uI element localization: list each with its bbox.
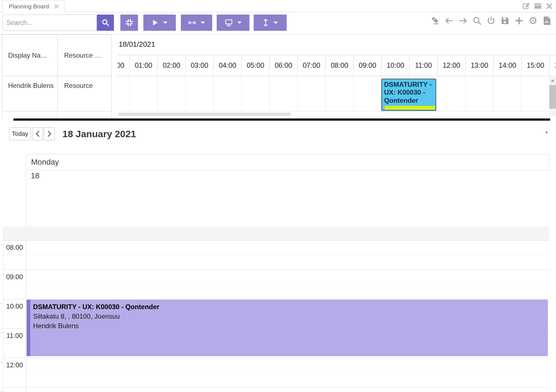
play-button[interactable]	[143, 15, 176, 31]
search-input[interactable]	[2, 15, 97, 31]
time-grid-row[interactable]: 09:00	[3, 270, 549, 299]
timeline-body-cell[interactable]	[269, 76, 297, 111]
timeline-body-cell[interactable]	[325, 76, 353, 111]
horizontal-scrollbar-thumb[interactable]	[118, 113, 291, 116]
hour-scale-cell: 08:00	[325, 55, 353, 76]
day-calendar: Monday 18 08:00 09:00 10:00 11:00	[0, 154, 556, 392]
timeline-body-cell[interactable]	[493, 76, 521, 111]
search-button[interactable]	[97, 15, 114, 31]
all-day-band	[4, 227, 549, 240]
chevron-down-icon	[200, 21, 205, 24]
day-event[interactable]: DSMATURITY - UX: K00030 - Qontender Silt…	[27, 300, 548, 356]
timeline-body-cell[interactable]	[118, 76, 129, 111]
day-event-title: DSMATURITY - UX: K00030 - Qontender	[33, 302, 548, 312]
window-controls	[522, 2, 553, 10]
column-header-resource[interactable]: Resource …	[58, 35, 112, 76]
half-hour-line	[3, 373, 549, 373]
timeline-body-cell[interactable]	[185, 76, 213, 111]
hour-scale-cell: 00:00	[118, 55, 129, 76]
hour-scale-cell: 10:00	[381, 55, 409, 76]
power-icon[interactable]	[487, 16, 496, 25]
tab-close-icon[interactable]	[54, 4, 59, 9]
resource-grid-stub	[2, 111, 112, 118]
gantt-event[interactable]: DSMATURITY - UX: K00030 - Qontender	[381, 79, 436, 111]
day-event-status-strip	[27, 300, 30, 356]
time-grid-row[interactable]: 12:00	[3, 358, 549, 387]
timeline-date-label: 18/01/2021	[119, 40, 155, 48]
day-number-label: 18	[31, 171, 39, 180]
timeline-body-cell[interactable]	[521, 76, 549, 111]
edit-icon[interactable]	[522, 2, 530, 10]
gear-icon[interactable]: ⚙	[529, 16, 538, 25]
monitor-icon	[225, 19, 233, 27]
time-label: 12:00	[3, 361, 26, 369]
save-icon[interactable]	[501, 16, 510, 25]
day-name-label: Monday	[31, 158, 59, 167]
hour-scale-cell: 04:00	[213, 55, 241, 76]
toolbar: ⚙	[0, 13, 556, 34]
timeline-hour-scale: 00:0001:0002:0003:0004:0005:0006:0007:00…	[118, 55, 556, 76]
window-icon[interactable]	[534, 2, 542, 10]
eraser-icon[interactable]	[431, 16, 440, 25]
gantt-panel: Display Na… Resource … Hendrik Bulens Re…	[0, 34, 556, 118]
compress-icon	[125, 18, 134, 27]
day-view-title: 18 January 2021	[62, 127, 136, 140]
timeline-viewport: 18/01/2021 00:0001:0002:0003:0004:0005:0…	[118, 34, 556, 116]
chevron-left-icon	[36, 131, 40, 137]
time-grid-row[interactable]: 08:00	[3, 240, 549, 270]
compress-button[interactable]	[120, 15, 138, 31]
day-column-header: Monday	[26, 154, 549, 170]
chevron-down-icon	[237, 21, 242, 24]
next-day-button[interactable]	[44, 127, 55, 140]
today-button[interactable]: Today	[9, 127, 31, 140]
timeline-body-cell[interactable]	[241, 76, 269, 111]
plus-icon[interactable]	[515, 16, 524, 25]
timeline-body-cell[interactable]	[297, 76, 325, 111]
chevron-right-icon	[47, 131, 52, 137]
mini-scroll-arrow-icon[interactable]	[546, 131, 548, 134]
hour-scale-cell: 01:00	[129, 55, 157, 76]
time-grid-row[interactable]: 13:00	[3, 387, 549, 392]
arrow-left-icon[interactable]	[445, 16, 454, 25]
hour-scale-cell: 13:00	[465, 55, 493, 76]
horizontal-expand-button[interactable]	[181, 15, 212, 31]
resource-display-name-cell[interactable]: Hendrik Bulens	[2, 76, 58, 111]
timeline-body-cell[interactable]	[157, 76, 185, 111]
resource-grid: Display Na… Resource … Hendrik Bulens Re…	[2, 34, 112, 118]
vertical-expand-button[interactable]	[254, 15, 287, 31]
time-label: 09:00	[3, 273, 26, 281]
half-hour-line	[3, 284, 549, 285]
vertical-arrows-icon	[262, 18, 269, 27]
timeline-body-cell[interactable]	[129, 76, 157, 111]
vertical-scrollbar[interactable]	[549, 77, 556, 116]
timeline-date-header: 18/01/2021	[118, 34, 556, 55]
panel-splitter[interactable]	[13, 118, 550, 121]
timeline-body-cell[interactable]	[465, 76, 493, 111]
column-header-display-name[interactable]: Display Na…	[2, 35, 58, 76]
tab-bar: Planning Board	[0, 0, 556, 12]
hour-scale-cell: 07:00	[297, 55, 325, 76]
hour-scale-cell: 11:00	[409, 55, 437, 76]
close-icon[interactable]	[545, 2, 553, 10]
arrow-right-icon[interactable]	[459, 16, 468, 25]
time-label: 11:00	[3, 332, 26, 340]
timeline-body-cell[interactable]	[353, 76, 381, 111]
search-icon	[101, 18, 110, 27]
resource-type-cell[interactable]: Resource	[58, 76, 112, 111]
timeline-body-cell[interactable]	[213, 76, 241, 111]
gantt-event-progress-bar	[385, 106, 435, 109]
vertical-scrollbar-thumb[interactable]	[549, 85, 556, 109]
time-label: 13:00	[3, 391, 26, 392]
previous-day-button[interactable]	[32, 127, 43, 140]
day-event-address: Siltakatu 8, , 80100, Joensuu	[33, 312, 548, 321]
chevron-down-icon	[163, 21, 168, 24]
monitor-button[interactable]	[217, 15, 249, 31]
timeline-body-cell[interactable]	[437, 76, 465, 111]
timeline-body-row[interactable]	[118, 76, 556, 111]
hour-scale-cell: 02:00	[157, 55, 185, 76]
zoom-icon[interactable]	[473, 16, 482, 25]
tab-planning-board[interactable]: Planning Board	[2, 0, 64, 12]
resource-row: Hendrik Bulens Resource	[2, 76, 112, 111]
scroll-up-icon[interactable]	[551, 79, 555, 82]
pdf-icon[interactable]	[543, 16, 552, 25]
